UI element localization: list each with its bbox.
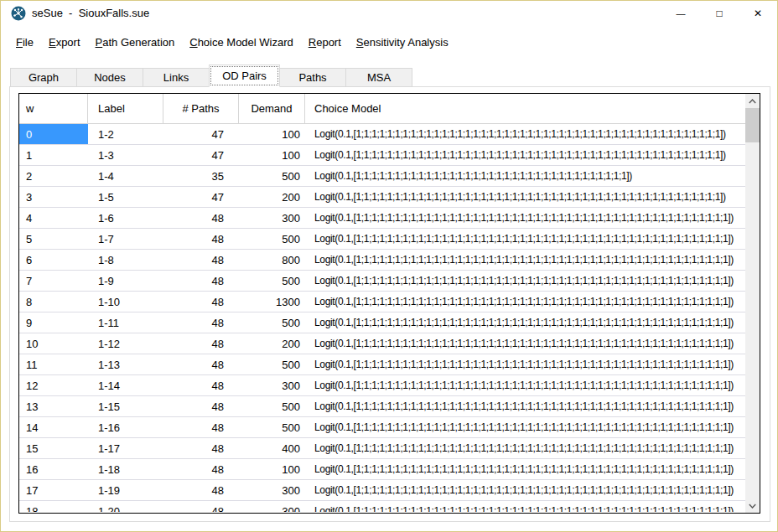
cell-demand[interactable]: 300: [239, 375, 305, 395]
cell-demand[interactable]: 300: [239, 501, 305, 512]
cell-label[interactable]: 1-7: [88, 229, 163, 249]
cell-choice-model[interactable]: Logit(0.1,[1;1;1;1;1;1;1;1;1;1;1;1;1;1;1…: [305, 229, 745, 249]
cell-paths[interactable]: 48: [163, 250, 239, 270]
cell-paths[interactable]: 48: [163, 480, 239, 500]
cell-choice-model[interactable]: Logit(0.1,[1;1;1;1;1;1;1;1;1;1;1;1;1;1;1…: [305, 396, 745, 416]
minimize-button[interactable]: —: [661, 1, 700, 26]
cell-label[interactable]: 1-5: [88, 187, 163, 207]
cell-label[interactable]: 1-11: [88, 312, 163, 333]
cell-demand[interactable]: 1300: [239, 292, 305, 312]
cell-demand[interactable]: 500: [239, 312, 305, 333]
cell-choice-model[interactable]: Logit(0.1,[1;1;1;1;1;1;1;1;1;1;1;1;1;1;1…: [305, 459, 745, 479]
cell-choice-model[interactable]: Logit(0.1,[1;1;1;1;1;1;1;1;1;1;1;1;1;1;1…: [305, 292, 745, 312]
cell-label[interactable]: 1-17: [88, 438, 163, 458]
cell-w[interactable]: 8: [19, 292, 88, 312]
scroll-down-button[interactable]: [745, 498, 760, 513]
cell-w[interactable]: 7: [19, 271, 88, 291]
cell-paths[interactable]: 48: [163, 438, 239, 458]
cell-w[interactable]: 2: [19, 166, 88, 186]
cell-choice-model[interactable]: Logit(0.1,[1;1;1;1;1;1;1;1;1;1;1;1;1;1;1…: [305, 166, 745, 186]
cell-demand[interactable]: 500: [239, 166, 305, 186]
tab-msa[interactable]: MSA: [345, 68, 412, 87]
cell-label[interactable]: 1-15: [88, 396, 163, 416]
column-header-choice-model[interactable]: Choice Model: [305, 94, 745, 123]
cell-paths[interactable]: 48: [163, 501, 239, 512]
cell-demand[interactable]: 100: [239, 124, 305, 144]
tab-nodes[interactable]: Nodes: [76, 68, 143, 87]
cell-w[interactable]: 1: [19, 145, 88, 165]
cell-label[interactable]: 1-14: [88, 375, 163, 395]
cell-paths[interactable]: 48: [163, 333, 239, 354]
cell-paths[interactable]: 48: [163, 271, 239, 291]
tab-paths[interactable]: Paths: [279, 68, 346, 87]
scrollbar-thumb[interactable]: [745, 108, 760, 142]
vertical-scrollbar[interactable]: [745, 94, 760, 513]
cell-label[interactable]: 1-8: [88, 250, 163, 270]
cell-label[interactable]: 1-19: [88, 480, 163, 500]
cell-label[interactable]: 1-10: [88, 292, 163, 312]
column-header-w[interactable]: w: [19, 94, 88, 123]
cell-demand[interactable]: 800: [239, 250, 305, 270]
cell-w[interactable]: 14: [19, 417, 88, 437]
cell-paths[interactable]: 48: [163, 417, 239, 437]
cell-demand[interactable]: 300: [239, 480, 305, 500]
cell-paths[interactable]: 48: [163, 459, 239, 479]
cell-paths[interactable]: 48: [163, 375, 239, 395]
cell-w[interactable]: 12: [19, 375, 88, 395]
cell-choice-model[interactable]: Logit(0.1,[1;1;1;1;1;1;1;1;1;1;1;1;1;1;1…: [305, 124, 745, 144]
cell-w[interactable]: 0: [19, 124, 88, 144]
cell-demand[interactable]: 200: [239, 187, 305, 207]
cell-paths[interactable]: 48: [163, 312, 239, 333]
column-header-demand[interactable]: Demand: [239, 94, 305, 123]
cell-paths[interactable]: 47: [163, 145, 239, 165]
menu-report[interactable]: Report: [309, 36, 341, 49]
cell-choice-model[interactable]: Logit(0.1,[1;1;1;1;1;1;1;1;1;1;1;1;1;1;1…: [305, 312, 745, 333]
cell-paths[interactable]: 48: [163, 208, 239, 228]
maximize-button[interactable]: □: [700, 1, 739, 26]
menu-export[interactable]: Export: [49, 36, 80, 49]
cell-label[interactable]: 1-18: [88, 459, 163, 479]
cell-choice-model[interactable]: Logit(0.1,[1;1;1;1;1;1;1;1;1;1;1;1;1;1;1…: [305, 250, 745, 270]
cell-choice-model[interactable]: Logit(0.1,[1;1;1;1;1;1;1;1;1;1;1;1;1;1;1…: [305, 271, 745, 291]
cell-demand[interactable]: 500: [239, 271, 305, 291]
cell-demand[interactable]: 100: [239, 459, 305, 479]
menu-path-generation[interactable]: Path Generation: [96, 36, 175, 49]
cell-choice-model[interactable]: Logit(0.1,[1;1;1;1;1;1;1;1;1;1;1;1;1;1;1…: [305, 438, 745, 458]
cell-w[interactable]: 4: [19, 208, 88, 228]
cell-demand[interactable]: 500: [239, 396, 305, 416]
cell-choice-model[interactable]: Logit(0.1,[1;1;1;1;1;1;1;1;1;1;1;1;1;1;1…: [305, 375, 745, 395]
cell-choice-model[interactable]: Logit(0.1,[1;1;1;1;1;1;1;1;1;1;1;1;1;1;1…: [305, 208, 745, 228]
cell-w[interactable]: 11: [19, 354, 88, 374]
scroll-up-button[interactable]: [745, 94, 760, 108]
cell-choice-model[interactable]: Logit(0.1,[1;1;1;1;1;1;1;1;1;1;1;1;1;1;1…: [305, 501, 745, 512]
cell-w[interactable]: 15: [19, 438, 88, 458]
cell-paths[interactable]: 48: [163, 292, 239, 312]
menu-choice-model-wizard[interactable]: Choice Model Wizard: [189, 36, 293, 49]
cell-label[interactable]: 1-6: [88, 208, 163, 228]
cell-label[interactable]: 1-4: [88, 166, 163, 186]
cell-paths[interactable]: 48: [163, 229, 239, 249]
cell-w[interactable]: 3: [19, 187, 88, 207]
column-header-paths[interactable]: # Paths: [163, 94, 239, 123]
cell-label[interactable]: 1-2: [88, 124, 163, 144]
cell-label[interactable]: 1-3: [88, 145, 163, 165]
cell-w[interactable]: 17: [19, 480, 88, 500]
cell-label[interactable]: 1-12: [88, 333, 163, 354]
cell-paths[interactable]: 48: [163, 354, 239, 374]
cell-demand[interactable]: 300: [239, 208, 305, 228]
cell-demand[interactable]: 400: [239, 438, 305, 458]
cell-choice-model[interactable]: Logit(0.1,[1;1;1;1;1;1;1;1;1;1;1;1;1;1;1…: [305, 187, 745, 207]
cell-w[interactable]: 9: [19, 312, 88, 333]
cell-choice-model[interactable]: Logit(0.1,[1;1;1;1;1;1;1;1;1;1;1;1;1;1;1…: [305, 333, 745, 354]
menu-file[interactable]: File: [16, 36, 34, 49]
cell-label[interactable]: 1-9: [88, 271, 163, 291]
cell-paths[interactable]: 47: [163, 124, 239, 144]
cell-w[interactable]: 10: [19, 333, 88, 354]
tab-links[interactable]: Links: [143, 68, 210, 87]
cell-paths[interactable]: 47: [163, 187, 239, 207]
tab-graph[interactable]: Graph: [10, 68, 77, 87]
cell-label[interactable]: 1-16: [88, 417, 163, 437]
cell-demand[interactable]: 500: [239, 417, 305, 437]
cell-demand[interactable]: 100: [239, 145, 305, 165]
cell-demand[interactable]: 500: [239, 354, 305, 374]
